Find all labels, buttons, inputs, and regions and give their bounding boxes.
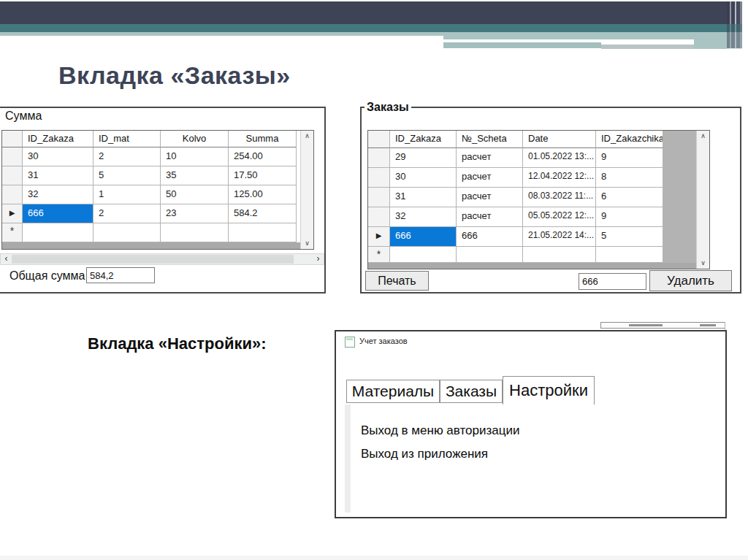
table-cell[interactable]: 32: [390, 207, 457, 227]
scroll-down-icon[interactable]: ∨: [697, 258, 709, 269]
table-row-selected[interactable]: ▶ 666 2 23 584.2: [2, 204, 313, 223]
table-cell[interactable]: 12.04.2022 12:...: [523, 168, 596, 188]
table-cell-selected[interactable]: 666: [23, 204, 94, 223]
table-cell[interactable]: 9: [596, 148, 663, 168]
scrollbar-thumb[interactable]: [12, 255, 294, 264]
table-cell[interactable]: [229, 223, 297, 242]
table-cell[interactable]: 8: [596, 168, 663, 188]
table-new-row[interactable]: *: [2, 223, 313, 242]
table-cell[interactable]: [523, 247, 596, 263]
row-header[interactable]: [368, 188, 390, 207]
row-selector-icon: ▶: [376, 231, 382, 239]
table-cell[interactable]: 10: [161, 147, 229, 166]
menu-item-exit-app[interactable]: Выход из приложения: [361, 447, 488, 461]
header-light-teal-bar-right: [443, 32, 694, 39]
vertical-scrollbar[interactable]: ∧ ∨: [696, 131, 709, 269]
table-row[interactable]: 30 расчет 12.04.2022 12:... 8: [368, 168, 709, 188]
table-cell[interactable]: 32: [23, 185, 94, 204]
page-title: Вкладка «Заказы»: [58, 61, 291, 90]
row-header[interactable]: [2, 147, 23, 166]
table-cell[interactable]: 05.05.2022 12:...: [523, 207, 596, 227]
fragment-text-smudge: [629, 324, 663, 326]
table-cell-selected[interactable]: 666: [390, 227, 457, 247]
table-cell[interactable]: 35: [161, 166, 229, 185]
column-header[interactable]: ID_Zakazchika: [596, 131, 663, 148]
row-header[interactable]: [2, 166, 23, 185]
table-cell[interactable]: расчет: [457, 168, 523, 188]
table-cell[interactable]: 50: [161, 185, 229, 204]
table-cell[interactable]: 08.03.2022 11:...: [523, 188, 596, 207]
table-row[interactable]: 32 1 50 125.00: [2, 185, 313, 204]
scroll-down-icon[interactable]: ∨: [301, 238, 313, 249]
header-gray-teal-bar: [443, 42, 601, 48]
scroll-right-icon[interactable]: ›: [313, 254, 324, 264]
fragment-text-smudge: [700, 324, 716, 326]
table-cell[interactable]: [390, 247, 457, 263]
table-cell[interactable]: 254.00: [229, 147, 297, 166]
row-header[interactable]: [2, 185, 23, 204]
column-header[interactable]: ID_Zakaza: [23, 131, 94, 147]
table-cell[interactable]: 31: [23, 166, 94, 185]
table-cell[interactable]: 125.00: [229, 185, 297, 204]
horizontal-scrollbar[interactable]: ‹ ›: [0, 253, 324, 265]
column-header[interactable]: Date: [523, 131, 596, 148]
table-cell[interactable]: расчет: [457, 207, 523, 227]
window-titlebar[interactable]: Учет заказов: [336, 331, 725, 350]
table-cell[interactable]: 31: [390, 188, 457, 207]
row-header[interactable]: [368, 148, 390, 168]
row-header[interactable]: [368, 168, 390, 188]
table-row[interactable]: 31 5 35 17.50: [2, 166, 313, 185]
header-light-teal-bar: [0, 32, 443, 36]
table-row[interactable]: 32 расчет 05.05.2022 12:... 9: [368, 207, 709, 227]
column-header[interactable]: Summa: [229, 131, 297, 147]
scroll-up-icon[interactable]: ∧: [697, 131, 709, 142]
table-cell[interactable]: 21.05.2022 14:...: [523, 227, 596, 247]
table-cell[interactable]: расчет: [457, 188, 523, 207]
table-row[interactable]: 30 2 10 254.00: [2, 147, 313, 166]
scroll-left-icon[interactable]: ‹: [1, 254, 12, 264]
table-row-selected[interactable]: ▶ 666 666 21.05.2022 14:... 5: [368, 227, 709, 247]
vertical-scrollbar[interactable]: ∧ ∨: [300, 131, 313, 249]
tab-materialy[interactable]: Материалы: [346, 380, 440, 403]
table-cell[interactable]: [596, 247, 663, 263]
column-header[interactable]: ID_Zakaza: [390, 131, 457, 148]
table-cell[interactable]: 9: [596, 207, 663, 227]
table-new-row[interactable]: *: [368, 247, 709, 263]
table-cell[interactable]: 01.05.2022 13:...: [523, 148, 596, 168]
table-cell[interactable]: [161, 223, 229, 242]
table-cell[interactable]: [23, 223, 94, 242]
table-cell[interactable]: расчет: [457, 148, 523, 168]
table-cell[interactable]: 666: [457, 227, 523, 247]
table-cell[interactable]: 584.2: [229, 204, 297, 223]
tab-nastroyki-active[interactable]: Настройки: [503, 376, 595, 404]
total-sum-input[interactable]: [86, 267, 155, 283]
table-row[interactable]: 31 расчет 08.03.2022 11:... 6: [368, 188, 709, 207]
table-row[interactable]: 29 расчет 01.05.2022 13:... 9: [368, 148, 709, 168]
settings-subtitle: Вкладка «Настройки»:: [88, 334, 267, 353]
tab-zakazy[interactable]: Заказы: [440, 380, 503, 403]
scroll-up-icon[interactable]: ∧: [301, 131, 313, 142]
print-button[interactable]: Печать: [365, 271, 429, 291]
table-cell[interactable]: 5: [94, 166, 161, 185]
column-header[interactable]: ID_mat: [94, 131, 161, 147]
table-cell[interactable]: 30: [23, 147, 94, 166]
delete-button[interactable]: Удалить: [649, 270, 732, 291]
table-cell[interactable]: 30: [390, 168, 457, 188]
window-title: Учет заказов: [359, 337, 408, 345]
table-cell[interactable]: [457, 247, 523, 263]
menu-item-exit-to-auth[interactable]: Выход в меню авторизации: [361, 423, 519, 438]
delete-id-input[interactable]: [579, 273, 646, 290]
table-cell[interactable]: 2: [94, 147, 161, 166]
column-header[interactable]: №_Scheta: [457, 131, 523, 148]
table-cell[interactable]: 1: [94, 185, 161, 204]
table-cell[interactable]: [94, 223, 161, 242]
table-cell[interactable]: 17.50: [229, 166, 297, 185]
column-header[interactable]: Kolvo: [161, 131, 229, 147]
table-cell[interactable]: 23: [161, 204, 229, 223]
row-header[interactable]: [368, 207, 390, 227]
table-cell[interactable]: 2: [94, 204, 161, 223]
grid-filler: [2, 242, 301, 249]
table-cell[interactable]: 29: [390, 148, 457, 168]
table-cell[interactable]: 6: [596, 188, 663, 207]
table-cell[interactable]: 5: [596, 227, 663, 247]
